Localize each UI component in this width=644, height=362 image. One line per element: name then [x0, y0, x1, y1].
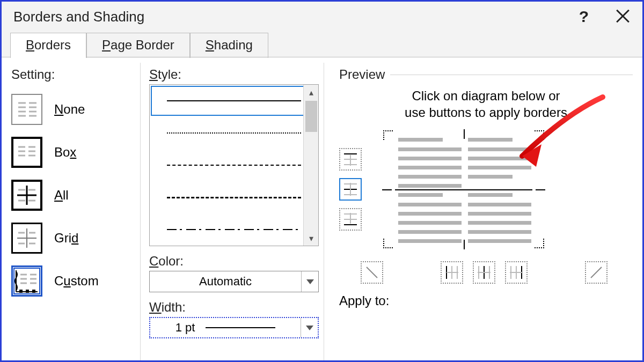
preview-hint: Click on diagram below or use buttons to…: [339, 87, 633, 121]
style-label: Style:: [149, 67, 319, 82]
style-listbox[interactable]: ▴ ▾: [149, 84, 319, 246]
chevron-down-icon: [306, 279, 314, 284]
color-value: Automatic: [150, 275, 301, 289]
setting-panel: Setting: None: [11, 63, 140, 360]
custom-icon: [11, 265, 42, 297]
width-dropdown-button[interactable]: [301, 318, 318, 337]
borders-shading-dialog: Borders and Shading ? Borders Page Borde…: [0, 0, 644, 362]
style-panel: Style: ▴ ▾ Color: Automatic Width:: [140, 63, 324, 360]
svg-rect-28: [26, 290, 29, 293]
width-label: Width:: [149, 300, 319, 315]
grid-icon: [11, 223, 42, 254]
preview-border-buttons-vertical: [339, 148, 362, 231]
tab-page-border[interactable]: Page Border: [86, 33, 190, 58]
help-button[interactable]: ?: [579, 8, 589, 26]
box-icon: [11, 137, 42, 168]
preview-left-border-button[interactable]: [441, 261, 463, 284]
none-icon: [11, 94, 42, 125]
setting-box-label: Box: [54, 145, 76, 160]
width-value: 1 pt: [175, 321, 195, 335]
close-button[interactable]: [614, 9, 631, 25]
tab-strip: Borders Page Border Shading: [2, 32, 642, 57]
setting-custom-label: Custom: [54, 274, 99, 289]
color-label: Color:: [149, 254, 319, 269]
preview-panel: Preview Click on diagram below or use bu…: [324, 63, 633, 360]
svg-line-62: [591, 267, 602, 278]
style-dense-dashed[interactable]: [150, 149, 318, 181]
style-solid[interactable]: [150, 85, 318, 117]
setting-label: Setting:: [11, 67, 135, 82]
preview-diagram[interactable]: [383, 130, 544, 248]
width-dropdown[interactable]: 1 pt: [149, 317, 319, 338]
color-dropdown[interactable]: Automatic: [149, 271, 319, 292]
tab-shading[interactable]: Shading: [190, 33, 268, 58]
scroll-up-icon[interactable]: ▴: [304, 85, 319, 100]
style-dotted[interactable]: [150, 117, 318, 149]
setting-box[interactable]: Box: [11, 137, 135, 168]
width-sample-line: [206, 327, 275, 328]
preview-bottom-border-button[interactable]: [339, 208, 362, 231]
titlebar: Borders and Shading ?: [2, 2, 642, 32]
preview-right-border-button[interactable]: [505, 261, 528, 284]
setting-custom[interactable]: Custom: [11, 265, 135, 297]
preview-top-border-button[interactable]: [339, 148, 362, 171]
apply-to-label: Apply to:: [339, 293, 633, 308]
color-dropdown-button[interactable]: [301, 271, 318, 292]
preview-diagonal-down-button[interactable]: [361, 261, 383, 284]
setting-grid[interactable]: Grid: [11, 223, 135, 254]
style-dashed[interactable]: [150, 181, 318, 213]
preview-border-buttons-horizontal: [339, 261, 608, 284]
preview-diagonal-up-button[interactable]: [585, 261, 608, 284]
scroll-down-icon[interactable]: ▾: [304, 231, 319, 246]
svg-line-49: [367, 267, 377, 278]
style-dashdot[interactable]: [150, 213, 318, 246]
preview-horizontal-inside-button[interactable]: [339, 178, 362, 201]
preview-vertical-inside-button[interactable]: [473, 261, 495, 284]
svg-rect-27: [19, 290, 23, 293]
setting-grid-label: Grid: [54, 231, 78, 246]
svg-rect-29: [32, 290, 35, 293]
chevron-down-icon: [306, 326, 313, 330]
tab-borders[interactable]: Borders: [10, 33, 86, 58]
setting-all[interactable]: All: [11, 180, 135, 211]
setting-all-label: All: [54, 188, 69, 203]
scroll-thumb[interactable]: [305, 101, 317, 132]
dialog-title: Borders and Shading: [13, 9, 144, 25]
style-scrollbar[interactable]: ▴ ▾: [303, 85, 318, 246]
setting-none-label: None: [54, 102, 85, 117]
all-icon: [11, 180, 42, 211]
dialog-body: Setting: None: [2, 57, 642, 360]
setting-none[interactable]: None: [11, 94, 135, 125]
preview-label: Preview: [339, 67, 633, 82]
